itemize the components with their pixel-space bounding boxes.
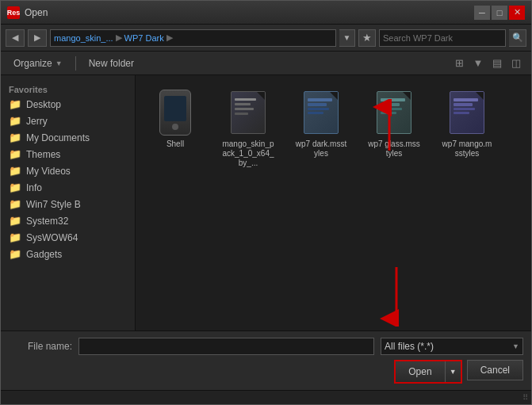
- sidebar-item-gadgets[interactable]: 📁 Gadgets: [1, 246, 135, 262]
- filetype-dropdown-arrow: ▼: [512, 342, 519, 350]
- file-label: wp7 glass.msstyles: [368, 139, 420, 159]
- folder-icon: 📁: [9, 148, 21, 160]
- window-controls: ─ □ ✕: [474, 6, 525, 20]
- statusbar: ⠿: [1, 390, 531, 404]
- sidebar-item-syswow64[interactable]: 📁 SysWOW64: [1, 229, 135, 246]
- phone-icon: [159, 90, 191, 136]
- sidebar-item-themes[interactable]: 📁 Themes: [1, 146, 135, 162]
- cancel-button[interactable]: Cancel: [467, 360, 523, 380]
- folder-icon: 📁: [9, 181, 21, 193]
- file-thumbnail: [448, 89, 486, 136]
- new-folder-button[interactable]: New folder: [82, 56, 140, 71]
- folder-icon: 📁: [9, 198, 21, 210]
- open-dialog: Res Open ─ □ ✕ ◀ ▶ mango_skin_... ▶ WP7 …: [0, 0, 532, 405]
- sidebar-label-themes: Themes: [26, 149, 60, 160]
- breadcrumb-dropdown[interactable]: ▼: [339, 29, 355, 47]
- folder-icon: 📁: [9, 165, 21, 177]
- list-item[interactable]: wp7 mango.msstyles: [435, 83, 499, 174]
- breadcrumb[interactable]: mango_skin_... ▶ WP7 Dark ▶: [50, 29, 336, 47]
- search-input[interactable]: [383, 33, 478, 43]
- bottom-bar: File name: All files (*.*) ▼ Open ▼ Canc…: [1, 330, 531, 390]
- filetype-dropdown[interactable]: All files (*.*) ▼: [381, 338, 523, 355]
- folder-icon: 📁: [9, 115, 21, 127]
- file-label: wp7 mango.msstyles: [441, 139, 493, 159]
- main-content: Favorites 📁 Desktop 📁 Jerry 📁 My Documen…: [1, 75, 531, 330]
- breadcrumb-sep-1: ▶: [116, 32, 122, 43]
- search-icon-button[interactable]: 🔍: [509, 29, 526, 47]
- open-dropdown-button[interactable]: ▼: [445, 361, 461, 382]
- resize-grip: ⠿: [522, 393, 528, 402]
- filename-label: File name:: [9, 341, 72, 352]
- file-thumbnail: [229, 89, 267, 136]
- file-thumbnail: [375, 89, 413, 136]
- view-dropdown-button[interactable]: ▼: [469, 55, 487, 72]
- organize-chevron: ▼: [55, 59, 63, 67]
- file-area: Shell: [136, 75, 531, 330]
- sidebar-item-myvideos[interactable]: 📁 My Videos: [1, 162, 135, 179]
- favorites-header: Favorites: [1, 82, 135, 96]
- phone-screen: [164, 96, 186, 121]
- folder-icon: 📁: [9, 231, 21, 243]
- new-folder-label: New folder: [89, 58, 134, 69]
- file-grid: Shell: [144, 83, 523, 174]
- list-item[interactable]: Shell: [144, 83, 207, 174]
- sidebar-label-syswow64: SysWOW64: [26, 232, 78, 243]
- open-button[interactable]: Open: [396, 361, 444, 382]
- maximize-button[interactable]: □: [492, 6, 507, 20]
- view-button-1[interactable]: ⊞: [450, 55, 468, 72]
- sidebar-item-system32[interactable]: 📁 System32: [1, 212, 135, 229]
- list-item[interactable]: mango_skin_pack_1_0_x64_by_...: [216, 83, 280, 174]
- file-label: Shell: [166, 139, 184, 149]
- organize-label: Organize: [13, 58, 52, 69]
- file-thumbnail: [156, 89, 194, 136]
- forward-button[interactable]: ▶: [28, 29, 47, 47]
- folder-icon: 📁: [9, 215, 21, 227]
- view-button-2[interactable]: ▤: [488, 55, 506, 72]
- arrow-down: [377, 263, 416, 327]
- sidebar-label-desktop: Desktop: [26, 99, 61, 110]
- sidebar: Favorites 📁 Desktop 📁 Jerry 📁 My Documen…: [1, 75, 136, 330]
- folder-icon: 📁: [9, 248, 21, 260]
- titlebar: Res Open ─ □ ✕: [1, 1, 531, 25]
- sidebar-label-mydocuments: My Documents: [26, 132, 90, 143]
- sidebar-label-jerry: Jerry: [26, 116, 48, 127]
- file-label: mango_skin_pack_1_0_x64_by_...: [222, 139, 274, 168]
- back-button[interactable]: ◀: [6, 29, 25, 47]
- view-button-3[interactable]: ◫: [507, 55, 525, 72]
- sidebar-item-info[interactable]: 📁 Info: [1, 179, 135, 196]
- buttons-row: Open ▼ Cancel: [9, 360, 523, 384]
- open-button-group: Open ▼: [394, 360, 461, 384]
- organize-button[interactable]: Organize ▼: [7, 56, 69, 71]
- favorite-button[interactable]: ★: [358, 29, 376, 47]
- sidebar-item-desktop[interactable]: 📁 Desktop: [1, 96, 135, 113]
- breadcrumb-sep-2: ▶: [166, 32, 173, 43]
- app-icon: Res: [7, 6, 20, 19]
- address-bar: ◀ ▶ mango_skin_... ▶ WP7 Dark ▶ ▼ ★ 🔍: [1, 25, 531, 52]
- close-button[interactable]: ✕: [509, 6, 525, 20]
- sidebar-item-jerry[interactable]: 📁 Jerry: [1, 113, 135, 129]
- file-toolbar: Organize ▼ New folder ⊞ ▼ ▤ ◫: [1, 52, 531, 75]
- breadcrumb-item-1: mango_skin_...: [54, 33, 113, 43]
- folder-icon: 📁: [9, 98, 21, 110]
- list-item[interactable]: wp7 dark.msstyles: [289, 83, 353, 174]
- minimize-button[interactable]: ─: [474, 6, 490, 20]
- filename-row: File name: All files (*.*) ▼: [9, 338, 523, 355]
- sidebar-label-info: Info: [26, 182, 42, 193]
- filetype-label: All files (*.*): [385, 341, 434, 352]
- folder-icon: 📁: [9, 132, 21, 143]
- sidebar-label-gadgets: Gadgets: [26, 249, 62, 260]
- sidebar-item-win7style[interactable]: 📁 Win7 Style B: [1, 196, 135, 212]
- sidebar-label-myvideos: My Videos: [26, 166, 71, 177]
- view-controls: ⊞ ▼ ▤ ◫: [450, 55, 525, 72]
- list-item[interactable]: wp7 glass.msstyles: [362, 83, 426, 174]
- filename-input[interactable]: [78, 338, 374, 355]
- toolbar-separator: [75, 56, 76, 71]
- file-label: wp7 dark.msstyles: [295, 139, 347, 159]
- phone-button: [172, 124, 178, 130]
- sidebar-label-system32: System32: [26, 216, 68, 227]
- sidebar-item-mydocuments[interactable]: 📁 My Documents: [1, 129, 135, 146]
- breadcrumb-item-2: WP7 Dark: [124, 33, 164, 43]
- file-thumbnail: [302, 89, 340, 136]
- search-box: [379, 29, 506, 47]
- dialog-title: Open: [25, 7, 474, 18]
